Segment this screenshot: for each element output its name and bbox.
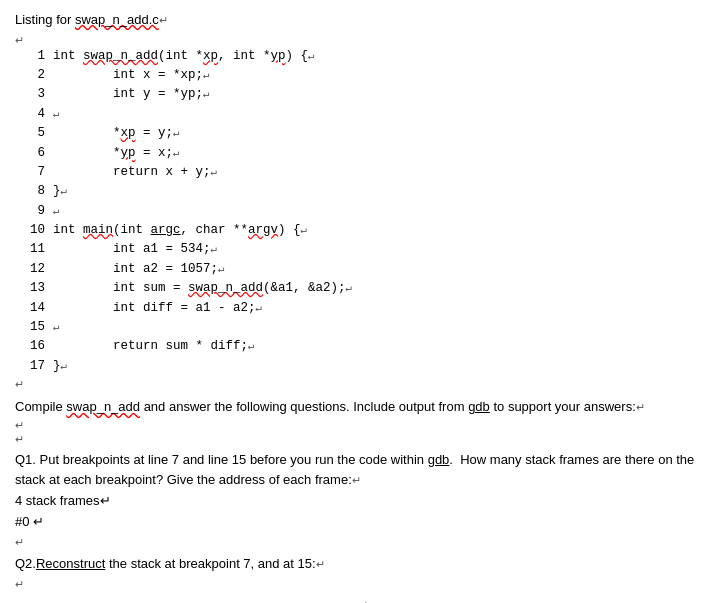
line-content-16: return sum * diff;↵: [53, 337, 255, 356]
param-argv: argv: [248, 223, 278, 237]
blank-line-1: ↵: [15, 419, 712, 432]
q2-label: Q2.: [15, 556, 36, 571]
q1-answer1: 4 stack frames↵: [15, 491, 712, 511]
q1-gdb-ref: gdb: [428, 452, 450, 467]
line-num-14: 14: [15, 299, 45, 318]
q2-text-after: the stack at breakpoint 7, and at 15:↵: [105, 556, 324, 571]
line-num-8: 8: [15, 182, 45, 201]
line-content-11: int a1 = 534;↵: [53, 240, 217, 259]
line-content-6: *yp = x;↵: [53, 144, 180, 163]
compile-function-name: swap_n_add: [66, 399, 140, 414]
code-line-9: 9 ↵: [15, 202, 712, 221]
blank-after-q1: ↵: [15, 536, 712, 549]
code-line-16: 16 return sum * diff;↵: [15, 337, 712, 356]
q1-answer2: #0 ↵: [15, 512, 712, 532]
line-num-9: 9: [15, 202, 45, 221]
line-content-4: ↵: [53, 105, 60, 124]
compile-text-after: and answer the following questions. Incl…: [140, 399, 468, 414]
line-content-1: int swap_n_add(int *xp, int *yp) {↵: [53, 47, 315, 66]
line-content-2: int x = *xp;↵: [53, 66, 210, 85]
code-line-7: 7 return x + y;↵: [15, 163, 712, 182]
line-num-7: 7: [15, 163, 45, 182]
fn-main: main: [83, 223, 113, 237]
code-line-1: 1 int swap_n_add(int *xp, int *yp) {↵: [15, 47, 712, 66]
bottom-return: ↵: [15, 595, 712, 603]
q1-question: Q1. Put breakpoints at line 7 and line 1…: [15, 450, 712, 490]
fn-swap-n-add: swap_n_add: [83, 49, 158, 63]
line-num-10: 10: [15, 221, 45, 240]
line-num-6: 6: [15, 144, 45, 163]
line-num-5: 5: [15, 124, 45, 143]
code-line-17: 17 }↵: [15, 357, 712, 376]
blank-line-2: ↵: [15, 433, 712, 446]
line-num-13: 13: [15, 279, 45, 298]
compile-paragraph: Compile swap_n_add and answer the follow…: [15, 397, 712, 417]
call-swap-n-add: swap_n_add: [188, 281, 263, 295]
q2-reconstruct: Reconstruct: [36, 556, 105, 571]
line-num-2: 2: [15, 66, 45, 85]
line-content-13: int sum = swap_n_add(&a1, &a2);↵: [53, 279, 352, 298]
code-line-4: 4 ↵: [15, 105, 712, 124]
compile-text-before: Compile: [15, 399, 66, 414]
code-line-3: 3 int y = *yp;↵: [15, 85, 712, 104]
line-num-15: 15: [15, 318, 45, 337]
header-return: ↵: [159, 14, 168, 26]
pre-code-return: ↵: [15, 34, 712, 47]
code-line-12: 12 int a2 = 1057;↵: [15, 260, 712, 279]
line-content-15: ↵: [53, 318, 60, 337]
code-line-2: 2 int x = *xp;↵: [15, 66, 712, 85]
param-argc: argc: [151, 223, 181, 237]
deref-yp: yp: [121, 146, 136, 160]
line-content-17: }↵: [53, 357, 67, 376]
code-line-5: 5 *xp = y;↵: [15, 124, 712, 143]
line-content-7: return x + y;↵: [53, 163, 217, 182]
compile-tool-name: gdb: [468, 399, 490, 414]
code-line-11: 11 int a1 = 534;↵: [15, 240, 712, 259]
code-line-14: 14 int diff = a1 - a2;↵: [15, 299, 712, 318]
q2-section: Q2.Reconstruct the stack at breakpoint 7…: [15, 554, 712, 574]
code-line-6: 6 *yp = x;↵: [15, 144, 712, 163]
code-line-13: 13 int sum = swap_n_add(&a1, &a2);↵: [15, 279, 712, 298]
code-block: 1 int swap_n_add(int *xp, int *yp) {↵ 2 …: [15, 47, 712, 376]
param-yp: yp: [271, 49, 286, 63]
line-content-9: ↵: [53, 202, 60, 221]
code-line-15: 15 ↵: [15, 318, 712, 337]
line-num-11: 11: [15, 240, 45, 259]
page-content: Listing for swap_n_add.c↵ ↵ 1 int swap_n…: [15, 10, 712, 603]
filename: swap_n_add.c: [75, 12, 159, 27]
line-content-12: int a2 = 1057;↵: [53, 260, 225, 279]
line-content-14: int diff = a1 - a2;↵: [53, 299, 262, 318]
line-num-3: 3: [15, 85, 45, 104]
line-content-5: *xp = y;↵: [53, 124, 180, 143]
line-content-8: }↵: [53, 182, 67, 201]
line-num-1: 1: [15, 47, 45, 66]
final-return: ↵: [15, 578, 712, 591]
line-content-3: int y = *yp;↵: [53, 85, 210, 104]
line-num-12: 12: [15, 260, 45, 279]
deref-xp: xp: [121, 126, 136, 140]
code-line-10: 10 int main(int argc, char **argv) {↵: [15, 221, 712, 240]
q1-section: Q1. Put breakpoints at line 7 and line 1…: [15, 450, 712, 533]
line-content-10: int main(int argc, char **argv) {↵: [53, 221, 307, 240]
compile-text-end: to support your answers:↵: [490, 399, 645, 414]
code-line-8: 8 }↵: [15, 182, 712, 201]
after-code-return: ↵: [15, 378, 712, 391]
listing-header: Listing for swap_n_add.c↵: [15, 10, 712, 30]
line-num-4: 4: [15, 105, 45, 124]
listing-label: Listing for: [15, 12, 75, 27]
line-num-16: 16: [15, 337, 45, 356]
line-num-17: 17: [15, 357, 45, 376]
param-xp: xp: [203, 49, 218, 63]
